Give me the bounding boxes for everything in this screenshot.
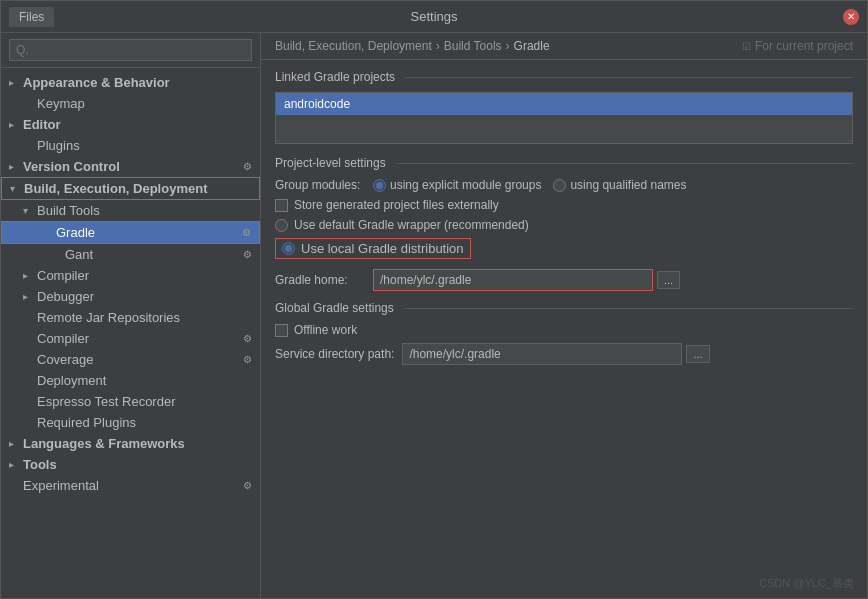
- sidebar-item-coverage[interactable]: Coverage ⚙: [1, 349, 260, 370]
- sidebar-item-label: Gant: [65, 247, 93, 262]
- main-panel: Build, Execution, Deployment › Build Too…: [261, 33, 867, 598]
- gear-icon: ⚙: [242, 227, 251, 238]
- sidebar-item-version-control[interactable]: Version Control ⚙: [1, 156, 260, 177]
- gradle-home-label: Gradle home:: [275, 273, 365, 287]
- sidebar-item-deployment[interactable]: Deployment: [1, 370, 260, 391]
- sidebar-item-plugins[interactable]: Plugins: [1, 135, 260, 156]
- store-generated-label: Store generated project files externally: [294, 198, 499, 212]
- radio-qualified-label: using qualified names: [570, 178, 686, 192]
- use-local-row: Use local Gradle distribution: [275, 238, 471, 259]
- use-default-radio[interactable]: [275, 219, 288, 232]
- close-button[interactable]: ✕: [843, 9, 859, 25]
- search-box: [1, 33, 260, 68]
- sidebar-item-experimental[interactable]: Experimental ⚙: [1, 475, 260, 496]
- sidebar-item-editor[interactable]: Editor: [1, 114, 260, 135]
- sidebar-item-label: Coverage: [37, 352, 93, 367]
- offline-work-row: Offline work: [275, 323, 853, 337]
- project-item[interactable]: androidcode: [276, 93, 852, 115]
- radio-btn-qualified[interactable]: [553, 179, 566, 192]
- arrow-icon: [9, 438, 23, 449]
- sidebar-item-appearance[interactable]: Appearance & Behavior: [1, 72, 260, 93]
- service-dir-browse-button[interactable]: ...: [686, 345, 709, 363]
- arrow-icon: [23, 205, 37, 216]
- sidebar-item-label: Deployment: [37, 373, 106, 388]
- sidebar-item-build-tools[interactable]: Build Tools: [1, 200, 260, 221]
- radio-explicit-label: using explicit module groups: [390, 178, 541, 192]
- title-bar-left: Files: [9, 7, 54, 27]
- sidebar-item-tools[interactable]: Tools: [1, 454, 260, 475]
- sidebar-item-debugger[interactable]: Debugger: [1, 286, 260, 307]
- files-tab[interactable]: Files: [9, 7, 54, 27]
- sidebar-item-label: Experimental: [23, 478, 99, 493]
- radio-btn-explicit[interactable]: [373, 179, 386, 192]
- sidebar-item-label: Compiler: [37, 331, 89, 346]
- use-local-radio[interactable]: [282, 242, 295, 255]
- arrow-icon: [9, 459, 23, 470]
- gradle-home-browse-button[interactable]: ...: [657, 271, 680, 289]
- radio-qualified[interactable]: using qualified names: [553, 178, 686, 192]
- sidebar: Appearance & Behavior Keymap Editor Plug…: [1, 33, 261, 598]
- sidebar-item-build-exec[interactable]: Build, Execution, Deployment: [1, 177, 260, 200]
- sidebar-item-label: Appearance & Behavior: [23, 75, 170, 90]
- project-empty-row: [276, 115, 852, 135]
- breadcrumb: Build, Execution, Deployment › Build Too…: [275, 39, 550, 53]
- gear-icon: ⚙: [243, 161, 252, 172]
- settings-tree: Appearance & Behavior Keymap Editor Plug…: [1, 68, 260, 598]
- use-local-label: Use local Gradle distribution: [301, 241, 464, 256]
- sidebar-item-gradle[interactable]: Gradle ⚙: [1, 221, 260, 244]
- settings-content: Linked Gradle projects androidcode Proje…: [261, 60, 867, 598]
- sidebar-item-label: Debugger: [37, 289, 94, 304]
- breadcrumb-part1: Build, Execution, Deployment: [275, 39, 432, 53]
- for-project-label: ☑ For current project: [742, 39, 853, 53]
- sidebar-item-compiler2[interactable]: Compiler ⚙: [1, 328, 260, 349]
- sidebar-item-gant[interactable]: Gant ⚙: [1, 244, 260, 265]
- breadcrumb-sep2: ›: [506, 39, 510, 53]
- project-list: androidcode: [275, 92, 853, 144]
- linked-projects-section: Linked Gradle projects androidcode: [275, 70, 853, 144]
- project-level-settings: Project-level settings Group modules: us…: [275, 156, 853, 291]
- sidebar-item-label: Plugins: [37, 138, 80, 153]
- sidebar-item-label: Version Control: [23, 159, 120, 174]
- store-generated-checkbox[interactable]: [275, 199, 288, 212]
- gradle-home-row: Gradle home: ...: [275, 269, 853, 291]
- sidebar-item-label: Required Plugins: [37, 415, 136, 430]
- sidebar-item-label: Tools: [23, 457, 57, 472]
- search-input[interactable]: [9, 39, 252, 61]
- gear-icon: ⚙: [243, 249, 252, 260]
- service-dir-input[interactable]: [402, 343, 682, 365]
- service-dir-label: Service directory path:: [275, 347, 394, 361]
- offline-work-checkbox[interactable]: [275, 324, 288, 337]
- offline-work-label: Offline work: [294, 323, 357, 337]
- sidebar-item-compiler[interactable]: Compiler: [1, 265, 260, 286]
- breadcrumb-sep1: ›: [436, 39, 440, 53]
- breadcrumb-bar: Build, Execution, Deployment › Build Too…: [261, 33, 867, 60]
- sidebar-item-languages[interactable]: Languages & Frameworks: [1, 433, 260, 454]
- sidebar-item-label: Compiler: [37, 268, 89, 283]
- sidebar-item-label: Editor: [23, 117, 61, 132]
- sidebar-item-required-plugins[interactable]: Required Plugins: [1, 412, 260, 433]
- breadcrumb-part2: Build Tools: [444, 39, 502, 53]
- radio-group-modules: using explicit module groups using quali…: [373, 178, 687, 192]
- window-title: Settings: [411, 9, 458, 24]
- gear-icon: ⚙: [243, 480, 252, 491]
- arrow-icon: [9, 77, 23, 88]
- global-gradle-title: Global Gradle settings: [275, 301, 853, 315]
- sidebar-item-label: Build Tools: [37, 203, 100, 218]
- group-modules-row: Group modules: using explicit module gro…: [275, 178, 853, 192]
- settings-window: Files Settings ✕ Appearance & Behavior K…: [0, 0, 868, 599]
- gear-icon: ⚙: [243, 354, 252, 365]
- watermark: CSDN @YLC_慕类: [759, 576, 854, 591]
- gradle-home-input[interactable]: [373, 269, 653, 291]
- title-bar: Files Settings ✕: [1, 1, 867, 33]
- radio-explicit[interactable]: using explicit module groups: [373, 178, 541, 192]
- sidebar-item-remote-jar[interactable]: Remote Jar Repositories: [1, 307, 260, 328]
- sidebar-item-keymap[interactable]: Keymap: [1, 93, 260, 114]
- use-default-label: Use default Gradle wrapper (recommended): [294, 218, 529, 232]
- arrow-icon: [23, 291, 37, 302]
- sidebar-item-espresso[interactable]: Espresso Test Recorder: [1, 391, 260, 412]
- sidebar-item-label: Languages & Frameworks: [23, 436, 185, 451]
- content-area: Appearance & Behavior Keymap Editor Plug…: [1, 33, 867, 598]
- sidebar-item-label: Espresso Test Recorder: [37, 394, 176, 409]
- gradle-home-input-group: ...: [373, 269, 680, 291]
- sidebar-item-label: Remote Jar Repositories: [37, 310, 180, 325]
